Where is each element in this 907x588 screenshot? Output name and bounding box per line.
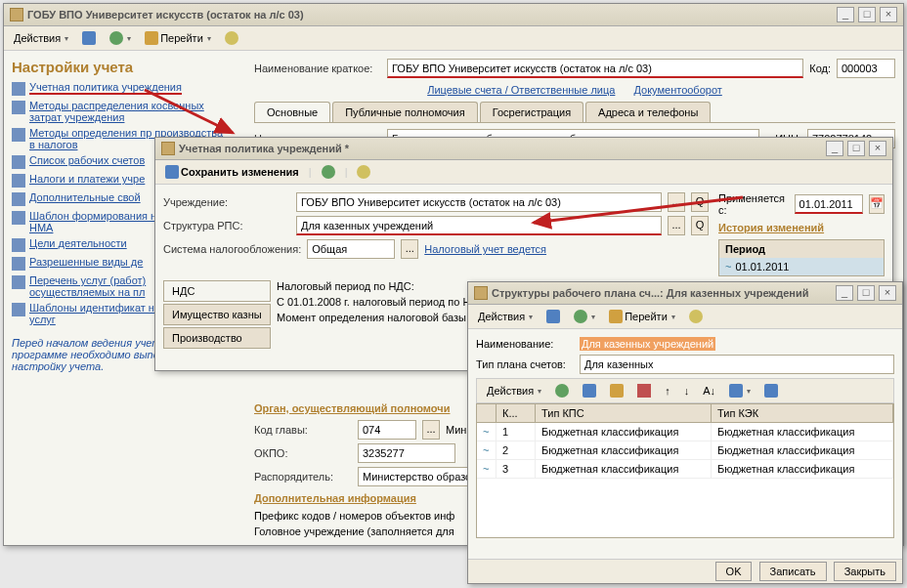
okpo-input[interactable] (358, 443, 455, 463)
org-select-button[interactable]: ... (668, 192, 685, 212)
glava-input[interactable] (358, 420, 416, 440)
struct-goto-menu[interactable]: Перейти (605, 308, 679, 325)
grid-toolbar: Действия ↑ ↓ A↓ (476, 378, 894, 403)
list-icon (12, 174, 25, 188)
clear-filter-icon[interactable] (760, 382, 782, 399)
list-icon (12, 155, 25, 169)
org-input[interactable] (296, 192, 662, 212)
main-toolbar: Действия Перейти (4, 26, 903, 51)
code-label: Код: (809, 63, 831, 74)
close-button[interactable]: × (880, 7, 897, 22)
add-icon[interactable] (551, 382, 573, 399)
col-kps[interactable]: Тип КПС (536, 404, 712, 422)
struct-toolbar: Действия Перейти (468, 305, 902, 329)
struct-label: Структура РПС: (163, 220, 290, 231)
struct-name-value[interactable]: Для казенных учреждений (580, 337, 715, 351)
tab-property[interactable]: Имущество казны (163, 304, 271, 325)
up-icon[interactable]: ↑ (661, 383, 674, 399)
policy-title: Учетная политика учреждений * (179, 143, 822, 154)
copy-icon[interactable] (579, 382, 600, 399)
history-row[interactable]: ~01.01.2011 (719, 258, 884, 275)
history-col-period: Период (719, 240, 884, 258)
sidebar-title: Настройки учета (12, 59, 229, 75)
down-icon[interactable]: ↓ (680, 383, 694, 399)
main-titlebar: ГОБУ ВПО Университет искусств (остаток н… (4, 4, 903, 26)
col-kek[interactable]: Тип КЭК (712, 404, 893, 422)
doc-icon (161, 142, 175, 155)
shortname-label: Наименование краткое: (254, 63, 381, 74)
help-icon[interactable] (353, 163, 374, 181)
close-button[interactable]: Закрыть (834, 562, 896, 581)
wave-icon: ~ (483, 463, 489, 475)
struct-minimize-button[interactable]: _ (836, 285, 853, 301)
tab-nds[interactable]: НДС (163, 280, 271, 302)
refresh-icon[interactable] (318, 163, 339, 181)
wave-icon: ~ (725, 261, 731, 273)
grid-row[interactable]: ~2Бюджетная классификацияБюджетная класс… (477, 441, 893, 460)
code-input[interactable] (837, 59, 895, 78)
glava-select-button[interactable]: ... (422, 420, 440, 440)
struct-refresh-icon[interactable] (570, 308, 599, 325)
policy-close-button[interactable]: × (869, 141, 886, 156)
org-label: Учреждение: (163, 196, 290, 208)
list-icon (12, 238, 25, 252)
list-icon (12, 257, 25, 271)
policy-maximize-button[interactable]: □ (847, 141, 865, 156)
struct-titlebar: Структуры рабочего плана сч...: Для казе… (468, 282, 902, 305)
link-accounts[interactable]: Лицевые счета / Ответственные лица (427, 84, 615, 96)
wave-icon: ~ (483, 444, 489, 456)
struct-open-button[interactable]: Q (691, 216, 709, 235)
toolbar-save-icon[interactable] (78, 29, 100, 47)
ok-button[interactable]: OK (715, 562, 753, 581)
col-k[interactable]: К... (497, 404, 536, 422)
app-icon (10, 8, 23, 21)
main-title: ГОБУ ВПО Университет искусств (остаток н… (27, 9, 833, 21)
sidebar-item-policy[interactable]: Учетная политика учреждения (12, 81, 229, 96)
okpo-label: ОКПО: (254, 447, 352, 459)
struct-buttons: OK Записать Закрыть (468, 559, 902, 583)
wrench-icon (12, 82, 25, 96)
struct-input[interactable] (296, 216, 662, 235)
grid-row[interactable]: ~1Бюджетная классификацияБюджетная класс… (477, 423, 893, 441)
tax-sys-select-button[interactable]: ... (401, 239, 418, 259)
tax-link[interactable]: Налоговый учет ведется (424, 243, 546, 255)
save-button[interactable]: Записать (759, 562, 827, 581)
apply-date-input[interactable] (795, 194, 863, 214)
sidebar-item-methods[interactable]: Методы распределения косвенных затрат уч… (12, 100, 229, 123)
help-icon[interactable] (221, 29, 242, 47)
tab-production[interactable]: Производство (163, 327, 271, 349)
tab-gosreg[interactable]: Госрегистрация (480, 102, 583, 122)
filter-icon[interactable] (725, 382, 755, 399)
sort-icon[interactable]: A↓ (699, 383, 719, 399)
policy-minimize-button[interactable]: _ (826, 141, 843, 156)
shortname-input[interactable] (387, 59, 803, 78)
org-open-button[interactable]: Q (691, 192, 709, 212)
struct-select-button[interactable]: ... (668, 216, 685, 235)
list-icon (12, 275, 25, 289)
tab-public[interactable]: Публичные полномочия (332, 102, 478, 122)
doc-icon (474, 286, 488, 300)
tab-main[interactable]: Основные (254, 102, 330, 122)
edit-icon[interactable] (606, 382, 627, 399)
goto-menu[interactable]: Перейти (141, 29, 215, 47)
tab-addr[interactable]: Адреса и телефоны (585, 102, 711, 122)
calendar-icon[interactable]: 📅 (869, 194, 885, 214)
struct-help-icon[interactable] (685, 308, 707, 325)
wrench-icon (12, 101, 25, 114)
struct-maximize-button[interactable]: □ (857, 285, 875, 301)
maximize-button[interactable]: □ (858, 7, 876, 22)
grid-row[interactable]: ~3Бюджетная классификацияБюджетная класс… (477, 460, 893, 479)
minimize-button[interactable]: _ (837, 7, 854, 22)
struct-actions-menu[interactable]: Действия (474, 309, 537, 324)
struct-title: Структуры рабочего плана сч...: Для казе… (492, 287, 832, 299)
struct-save-icon[interactable] (542, 308, 564, 325)
actions-menu[interactable]: Действия (10, 30, 72, 46)
grid-actions-menu[interactable]: Действия (483, 383, 545, 399)
tax-sys-input[interactable] (307, 239, 395, 259)
delete-icon[interactable] (633, 382, 655, 399)
struct-plan-input[interactable] (580, 355, 894, 374)
struct-close-button[interactable]: × (879, 285, 896, 301)
toolbar-refresh-icon[interactable] (106, 29, 135, 47)
link-docs[interactable]: Документооборот (633, 84, 721, 96)
save-button[interactable]: Сохранить изменения (161, 163, 303, 181)
